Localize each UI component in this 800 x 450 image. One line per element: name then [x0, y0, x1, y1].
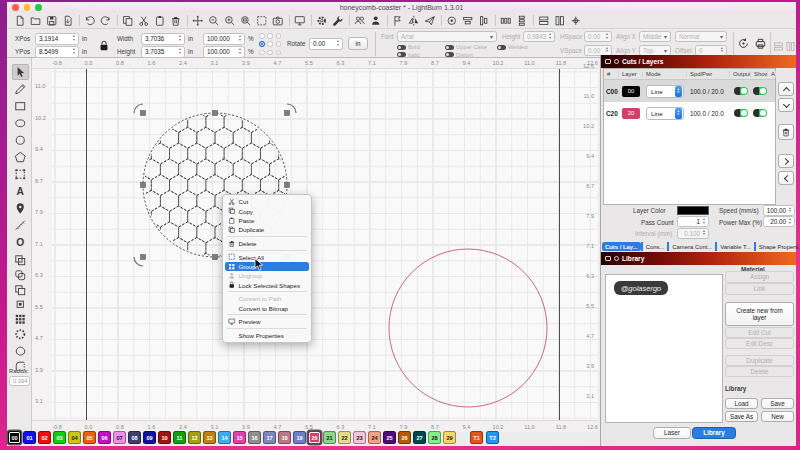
menu-item-duplicate[interactable]: Duplicate: [223, 225, 311, 234]
arrange-icon[interactable]: [352, 14, 368, 28]
menu-item-lock-selected-shapes[interactable]: Lock Selected Shapes: [223, 281, 311, 290]
panel-tab-cutslay[interactable]: Cuts / Lay...: [602, 242, 641, 251]
palette-swatch-25[interactable]: 25: [383, 431, 396, 444]
align-horizontal-icon[interactable]: [460, 14, 476, 28]
tool-offset-shapes[interactable]: [12, 234, 29, 250]
interval-field[interactable]: 0.100: [677, 228, 709, 239]
palette-swatch-27[interactable]: 27: [413, 431, 426, 444]
vspace-field[interactable]: 0.00: [584, 45, 612, 56]
load-button[interactable]: Load: [725, 398, 758, 409]
font-select[interactable]: Arial: [397, 31, 497, 42]
panel-tab-shapeproperti[interactable]: Shape Properti...: [754, 242, 800, 251]
save-button[interactable]: Save: [761, 398, 794, 409]
layer-output-toggle[interactable]: [734, 87, 748, 95]
tool-select[interactable]: [12, 64, 29, 80]
anchor-dot-1[interactable]: [267, 33, 273, 39]
same-width-icon[interactable]: [536, 14, 552, 28]
focus-origin-icon[interactable]: [444, 14, 460, 28]
palette-swatch-06[interactable]: 06: [98, 431, 111, 444]
palette-swatch-11[interactable]: 11: [173, 431, 186, 444]
palette-swatch-14[interactable]: 14: [218, 431, 231, 444]
xpos-field[interactable]: 3.1914: [35, 33, 79, 45]
same-height-icon[interactable]: [785, 38, 796, 56]
panel-close-icon[interactable]: [605, 256, 611, 262]
cuts-layers-header[interactable]: Cuts / Layers: [601, 55, 796, 68]
tool-boolean-weld[interactable]: [12, 267, 29, 283]
palette-swatch-17[interactable]: 17: [263, 431, 276, 444]
same-width-icon[interactable]: [773, 38, 784, 56]
menu-item-copy[interactable]: Copy: [223, 206, 311, 215]
palette-swatch-29[interactable]: 29: [443, 431, 456, 444]
send-to-laser-icon[interactable]: [422, 14, 438, 28]
bold-toggle[interactable]: Bold: [397, 44, 420, 50]
toolbar-overflow[interactable]: »: [796, 39, 800, 46]
menu-item-show-properties[interactable]: Show Properties: [223, 331, 311, 340]
width-field[interactable]: 3.7036: [141, 33, 185, 45]
zoom-to-selection-icon[interactable]: [238, 14, 254, 28]
anchor-dot-3-selected[interactable]: [259, 41, 265, 47]
panel-float-icon[interactable]: [614, 59, 620, 65]
panel-float-icon[interactable]: [614, 256, 620, 262]
layer-mode-select[interactable]: Line: [646, 85, 684, 98]
distort-toggle[interactable]: Distort: [445, 52, 473, 58]
assign-button[interactable]: Assign: [725, 271, 794, 283]
paste-icon[interactable]: [152, 14, 168, 28]
pan-icon[interactable]: [190, 14, 206, 28]
layer-mode-select[interactable]: Line: [646, 107, 684, 120]
palette-swatch-T2[interactable]: T2: [486, 431, 499, 444]
menu-item-cut[interactable]: Cut: [223, 197, 311, 206]
anchor-dot-4[interactable]: [267, 41, 273, 47]
copy-icon[interactable]: [120, 14, 136, 28]
palette-swatch-07[interactable]: 07: [113, 431, 126, 444]
tool-draw-lines[interactable]: [12, 81, 29, 97]
anchor-dot-7[interactable]: [267, 50, 273, 56]
radius-field[interactable]: 0.394: [9, 376, 30, 386]
layer-down-button[interactable]: [778, 98, 794, 112]
italic-toggle[interactable]: Italic: [397, 52, 420, 58]
menu-item-group[interactable]: Group: [225, 262, 309, 271]
mirror-icon[interactable]: [406, 14, 422, 28]
bottom-tab-laser[interactable]: Laser: [653, 427, 691, 439]
sync-library-icon[interactable]: [737, 36, 750, 54]
align-x-select[interactable]: Middle: [639, 31, 671, 42]
tool-radial-array[interactable]: [12, 326, 29, 342]
palette-swatch-24[interactable]: 24: [368, 431, 381, 444]
palette-swatch-28[interactable]: 28: [428, 431, 441, 444]
import-icon[interactable]: [60, 14, 76, 28]
align-y-select[interactable]: Top: [639, 45, 671, 56]
link-button[interactable]: Link: [725, 283, 794, 295]
tool-measure[interactable]: [12, 217, 29, 233]
delete-button[interactable]: Delete: [725, 366, 794, 377]
zoom-out-icon[interactable]: [206, 14, 222, 28]
menu-item-delete[interactable]: Delete: [223, 239, 311, 248]
layer-output-toggle[interactable]: [734, 109, 748, 117]
palette-swatch-00[interactable]: 00: [8, 431, 21, 444]
create-new-from-layer-button[interactable]: Create new from layer: [725, 302, 794, 326]
tool-position-laser[interactable]: [12, 200, 29, 216]
tool-trace-image[interactable]: [12, 343, 29, 359]
hspace-field[interactable]: 0.00: [584, 31, 612, 42]
offset-field[interactable]: 0: [695, 45, 727, 56]
frame-selection-icon[interactable]: [254, 14, 270, 28]
layer-show-toggle[interactable]: [753, 109, 767, 117]
anchor-dot-0[interactable]: [259, 33, 265, 39]
save-as-button[interactable]: Save As: [725, 411, 758, 422]
speed-field[interactable]: 100.00: [763, 205, 795, 216]
palette-swatch-04[interactable]: 04: [68, 431, 81, 444]
preview-icon[interactable]: [292, 14, 308, 28]
palette-swatch-03[interactable]: 03: [53, 431, 66, 444]
tool-circle[interactable]: [12, 132, 29, 148]
palette-swatch-08[interactable]: 08: [128, 431, 141, 444]
tool-ellipse[interactable]: [12, 115, 29, 131]
open-file-icon[interactable]: [28, 14, 44, 28]
menu-item-select-all[interactable]: Select All: [223, 252, 311, 261]
anchor-dot-8[interactable]: [276, 50, 282, 56]
layer-color-swatch[interactable]: [677, 206, 709, 215]
device-settings-icon[interactable]: [330, 14, 346, 28]
menu-item-preview[interactable]: Preview: [223, 317, 311, 326]
anchor-dot-5[interactable]: [276, 41, 282, 47]
tool-polygon[interactable]: [12, 149, 29, 165]
camera-icon[interactable]: [270, 14, 286, 28]
duplicate-button[interactable]: Duplicate: [725, 355, 794, 366]
tool-edit-nodes[interactable]: [12, 166, 29, 182]
